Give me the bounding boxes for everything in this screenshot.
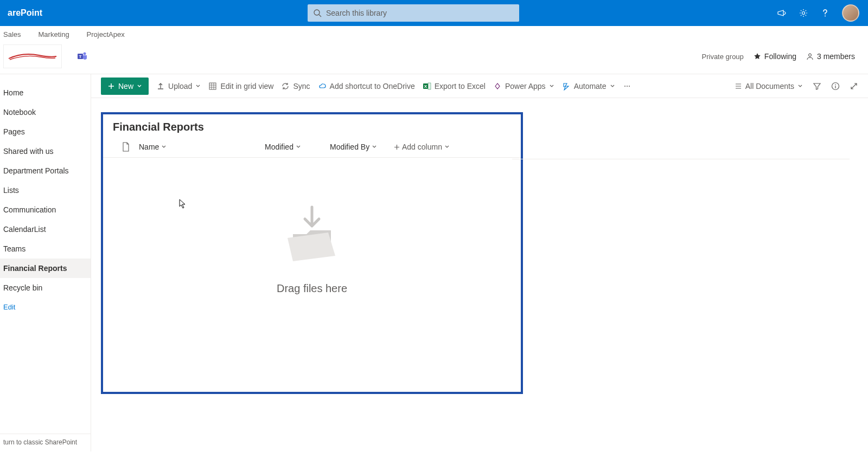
library-body: Financial Reports Name Modified Modifi <box>91 98 868 451</box>
chevron-down-icon <box>137 83 142 89</box>
add-column-button[interactable]: Add column <box>394 143 450 151</box>
chevron-down-icon <box>444 144 450 150</box>
nav-teams[interactable]: Teams <box>0 239 91 259</box>
filter-icon[interactable] <box>813 82 821 91</box>
column-modified-by[interactable]: Modified By <box>330 143 394 151</box>
nav-communication[interactable]: Communication <box>0 200 91 219</box>
nav-notebook[interactable]: Notebook <box>0 102 91 122</box>
export-label: Export to Excel <box>435 82 486 91</box>
edit-grid-button[interactable]: Edit in grid view <box>208 82 273 91</box>
upload-label: Upload <box>168 82 192 91</box>
empty-state[interactable]: Drag files here <box>103 204 521 295</box>
view-selector[interactable]: All Documents <box>735 82 803 91</box>
svg-point-12 <box>624 86 626 87</box>
chevron-down-icon <box>549 83 554 89</box>
new-label: New <box>118 82 133 91</box>
svg-point-13 <box>627 86 628 87</box>
empty-folder-icon <box>277 204 347 269</box>
column-header-row: Name Modified Modified By Add column <box>103 142 521 158</box>
chevron-down-icon <box>161 144 167 150</box>
shortcut-button[interactable]: Add shortcut to OneDrive <box>318 82 415 91</box>
nav-edit-link[interactable]: Edit <box>0 298 91 317</box>
hub-nav-item[interactable]: ProjectApex <box>87 30 125 38</box>
column-modifiedby-label: Modified By <box>330 143 369 151</box>
row-divider <box>512 159 850 159</box>
svg-text:X: X <box>424 84 427 89</box>
powerapps-label: Power Apps <box>505 82 546 91</box>
svg-point-7 <box>808 54 811 56</box>
column-name-label: Name <box>139 143 159 151</box>
help-icon[interactable] <box>820 8 830 18</box>
info-icon[interactable] <box>831 82 840 91</box>
svg-point-2 <box>802 12 805 15</box>
empty-text: Drag files here <box>277 282 347 295</box>
members-label: 3 members <box>817 52 855 61</box>
star-icon <box>754 53 761 60</box>
hub-nav-item[interactable]: Sales <box>3 30 21 38</box>
app-launcher-label[interactable]: arePoint <box>0 8 50 18</box>
svg-point-16 <box>835 84 836 85</box>
column-name[interactable]: Name <box>139 143 265 151</box>
search-icon <box>313 9 322 17</box>
search-input[interactable] <box>308 4 519 22</box>
chevron-down-icon <box>296 144 301 150</box>
sync-label: Sync <box>293 82 310 91</box>
svg-rect-17 <box>835 86 835 88</box>
site-info: Private group Following 3 members <box>702 52 865 61</box>
plus-icon <box>394 144 400 150</box>
search-wrap <box>308 4 519 22</box>
return-classic-link[interactable]: turn to classic SharePoint <box>0 434 91 451</box>
teams-icon[interactable]: T <box>77 51 88 62</box>
automate-button[interactable]: Automate <box>562 82 615 91</box>
user-avatar[interactable] <box>842 4 859 22</box>
more-button[interactable] <box>623 82 631 91</box>
main-split: Home Notebook Pages Shared with us Depar… <box>0 74 868 451</box>
cursor-icon <box>179 199 187 209</box>
expand-icon[interactable] <box>850 82 858 91</box>
nav-recycle[interactable]: Recycle bin <box>0 278 91 298</box>
highlight-box: Financial Reports Name Modified Modifi <box>101 112 523 394</box>
nav-financial-reports[interactable]: Financial Reports <box>0 259 91 278</box>
sync-button[interactable]: Sync <box>281 82 310 91</box>
nav-department[interactable]: Department Portals <box>0 161 91 180</box>
command-bar: New Upload Edit in grid view Sync Add sh… <box>91 74 868 98</box>
privacy-label: Private group <box>702 53 744 61</box>
gear-icon[interactable] <box>799 8 808 18</box>
column-modified-label: Modified <box>265 143 293 151</box>
file-type-icon[interactable] <box>113 142 139 152</box>
hub-nav-item[interactable]: Marketing <box>39 30 69 38</box>
upload-button[interactable]: Upload <box>156 82 201 91</box>
powerapps-button[interactable]: Power Apps <box>493 82 554 91</box>
svg-line-1 <box>319 15 321 17</box>
svg-rect-8 <box>209 83 216 89</box>
nav-pages[interactable]: Pages <box>0 122 91 141</box>
library-title: Financial Reports <box>103 114 521 142</box>
suite-bar: arePoint <box>0 0 868 26</box>
following-label: Following <box>764 52 796 61</box>
suite-actions <box>777 4 868 22</box>
svg-point-6 <box>84 53 86 55</box>
nav-shared[interactable]: Shared with us <box>0 141 91 161</box>
svg-point-3 <box>825 16 826 17</box>
add-column-label: Add column <box>402 143 442 151</box>
chevron-down-icon <box>610 83 615 89</box>
follow-toggle[interactable]: Following <box>754 52 796 61</box>
site-header: T Private group Following 3 members <box>0 42 868 74</box>
edit-grid-label: Edit in grid view <box>220 82 273 91</box>
nav-calendar[interactable]: CalendarList <box>0 219 91 239</box>
megaphone-icon[interactable] <box>777 8 787 18</box>
svg-point-14 <box>629 86 630 87</box>
site-logo[interactable] <box>3 44 62 68</box>
plus-icon <box>107 82 115 90</box>
export-excel-button[interactable]: X Export to Excel <box>423 82 486 91</box>
nav-home[interactable]: Home <box>0 83 91 102</box>
members-link[interactable]: 3 members <box>806 52 855 61</box>
hub-nav: Sales Marketing ProjectApex <box>0 26 868 42</box>
column-modified[interactable]: Modified <box>265 143 330 151</box>
svg-rect-11 <box>428 83 431 89</box>
nav-lists[interactable]: Lists <box>0 180 91 200</box>
left-nav: Home Notebook Pages Shared with us Depar… <box>0 74 91 451</box>
new-button[interactable]: New <box>101 78 149 95</box>
svg-text:T: T <box>79 54 82 59</box>
svg-point-0 <box>314 10 320 15</box>
